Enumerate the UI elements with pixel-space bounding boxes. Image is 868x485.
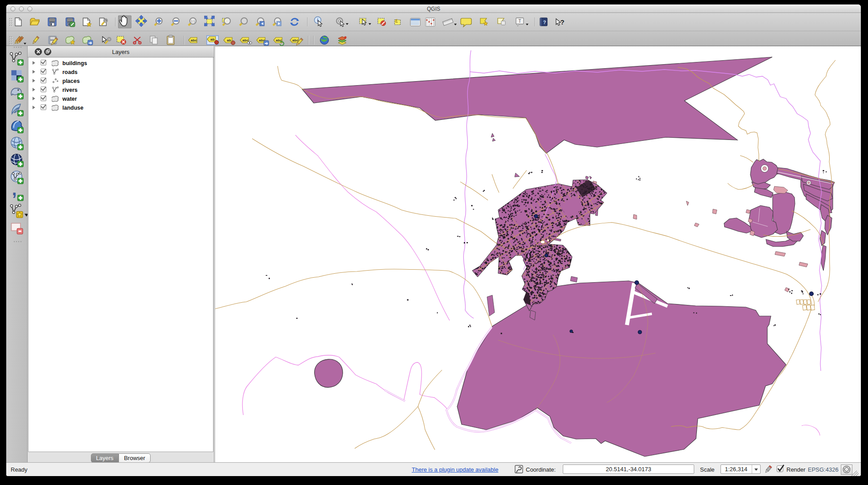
svg-text:ab: ab <box>227 38 231 42</box>
svg-text:ab: ab <box>210 37 214 41</box>
svg-text:T: T <box>518 19 521 24</box>
svg-text:ε: ε <box>395 17 398 24</box>
svg-text:abc: abc <box>191 38 197 42</box>
svg-text:?: ? <box>543 20 546 25</box>
svg-text:,: , <box>12 180 17 199</box>
svg-text:?: ? <box>560 18 564 26</box>
svg-text:1:1: 1:1 <box>191 20 195 23</box>
